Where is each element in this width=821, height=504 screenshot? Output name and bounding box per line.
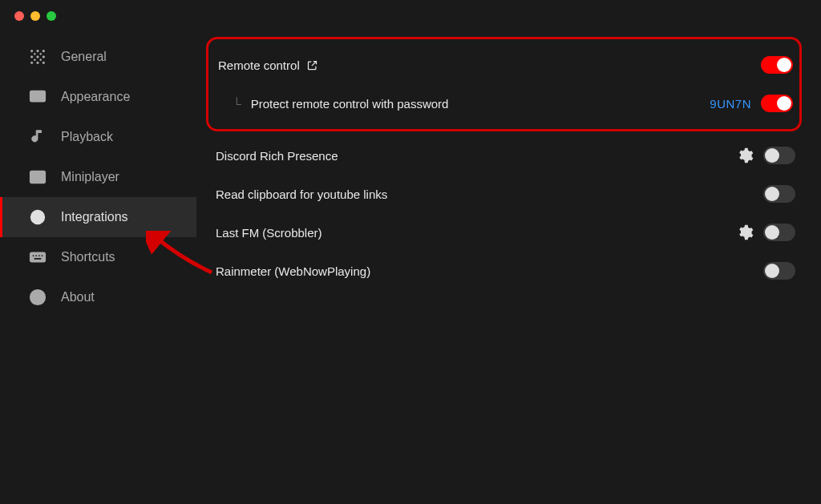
pip-icon [29, 168, 47, 186]
highlight-annotation: Remote control └ Protect remote control … [206, 37, 802, 131]
svg-point-9 [34, 53, 35, 54]
sidebar-item-appearance[interactable]: Appearance [0, 77, 196, 117]
sidebar-item-integrations[interactable]: Integrations [0, 197, 196, 237]
rainmeter-row: Rainmeter (WebNowPlaying) [216, 252, 802, 290]
monitor-icon [29, 88, 47, 106]
lastfm-row: Last FM (Scrobbler) [216, 213, 802, 252]
svg-point-10 [40, 53, 42, 54]
grid-icon [29, 48, 47, 66]
password-protect-toggle[interactable] [761, 95, 793, 112]
svg-point-1 [37, 50, 38, 51]
svg-point-5 [42, 56, 44, 58]
lastfm-settings-button[interactable] [736, 224, 754, 241]
target-icon [29, 208, 47, 226]
lastfm-toggle[interactable] [763, 224, 795, 241]
sub-indicator-icon: └ [233, 97, 241, 111]
sidebar-item-playback[interactable]: Playback [0, 117, 196, 157]
window-controls [0, 0, 821, 29]
music-icon [29, 128, 47, 146]
maximize-window-button[interactable] [47, 11, 56, 21]
clipboard-toggle[interactable] [763, 185, 795, 203]
content-panel: Remote control └ Protect remote control … [196, 29, 821, 501]
external-link-icon [306, 59, 318, 71]
password-code[interactable]: 9UN7N [710, 97, 751, 111]
svg-point-12 [40, 59, 42, 61]
svg-point-8 [42, 62, 44, 63]
sidebar-item-label: Playback [61, 130, 113, 144]
remote-control-label[interactable]: Remote control [218, 58, 751, 72]
lastfm-label: Last FM (Scrobbler) [216, 226, 726, 240]
sidebar-item-label: Appearance [61, 90, 130, 104]
minimize-window-button[interactable] [30, 11, 40, 21]
sidebar-item-about[interactable]: About [0, 277, 196, 317]
info-icon [29, 288, 47, 306]
svg-point-6 [30, 62, 32, 63]
svg-point-2 [42, 50, 44, 51]
password-protect-label: └ Protect remote control with password [218, 97, 700, 111]
discord-settings-button[interactable] [736, 147, 754, 164]
svg-point-7 [37, 62, 38, 63]
password-protect-row: └ Protect remote control with password 9… [218, 84, 793, 123]
svg-point-0 [30, 50, 32, 51]
clipboard-row: Read clipboard for youtube links [216, 175, 802, 213]
svg-rect-20 [30, 253, 45, 262]
svg-point-3 [30, 56, 32, 58]
sidebar-item-shortcuts[interactable]: Shortcuts [0, 237, 196, 277]
sidebar-item-label: Shortcuts [61, 250, 115, 264]
svg-point-4 [37, 56, 38, 58]
rainmeter-label: Rainmeter (WebNowPlaying) [216, 264, 754, 278]
sidebar-item-miniplayer[interactable]: Miniplayer [0, 157, 196, 197]
discord-label: Discord Rich Presence [216, 149, 726, 163]
clipboard-label: Read clipboard for youtube links [216, 187, 754, 201]
svg-rect-16 [37, 176, 43, 181]
svg-point-11 [34, 59, 35, 61]
discord-row: Discord Rich Presence [216, 136, 802, 175]
discord-toggle[interactable] [763, 147, 795, 164]
sidebar-item-label: Integrations [61, 210, 128, 224]
remote-control-row: Remote control [218, 46, 793, 84]
remote-control-toggle[interactable] [761, 56, 793, 74]
sidebar-item-label: General [61, 50, 107, 64]
sidebar: General Appearance Playback [0, 29, 196, 501]
sidebar-item-general[interactable]: General [0, 37, 196, 77]
svg-point-28 [37, 293, 38, 295]
sidebar-item-label: Miniplayer [61, 170, 119, 184]
rainmeter-toggle[interactable] [763, 262, 795, 280]
sidebar-item-label: About [61, 290, 95, 304]
svg-point-19 [37, 216, 39, 219]
close-window-button[interactable] [14, 11, 24, 21]
keyboard-icon [29, 248, 47, 266]
